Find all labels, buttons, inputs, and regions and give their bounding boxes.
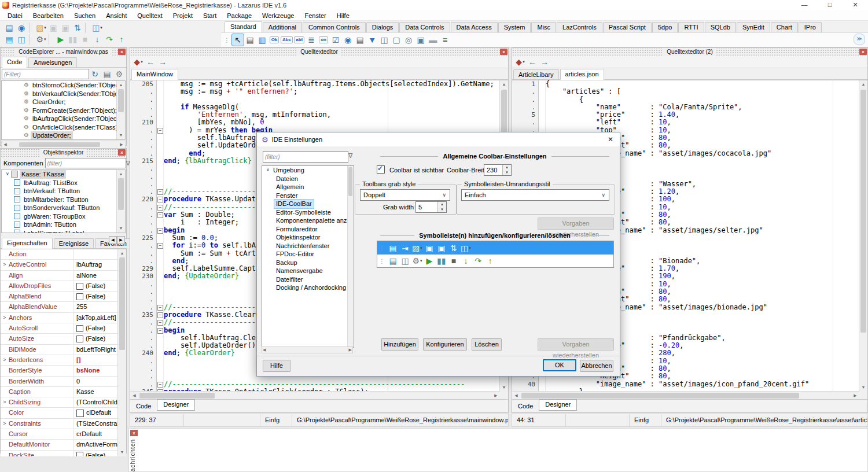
tab-ipro[interactable]: IPro [799, 22, 822, 32]
menu-ansicht[interactable]: Ansicht [101, 10, 132, 21]
expander-icon[interactable]: ∨ [264, 166, 271, 175]
scroll-thumb[interactable] [19, 142, 100, 147]
add-button[interactable]: Hinzufügen [381, 338, 418, 351]
fold-marker-icon[interactable] [157, 304, 164, 311]
property-row-align[interactable]: AlignalNone [1, 271, 118, 281]
tree-item-btnverkauf-tbutton[interactable]: btnVerkauf: TButton [2, 187, 125, 196]
property-row-autosize[interactable]: AutoSize(False) [1, 334, 118, 344]
step-out-icon[interactable]: ↑ [116, 34, 127, 45]
property-row-constraints[interactable]: >Constraints(TSizeConstraints) [1, 419, 118, 429]
property-value[interactable]: lbAuftrag [74, 260, 118, 270]
help-button[interactable]: Hilfe [263, 360, 290, 372]
property-row-cursor[interactable]: CursorcrDefault [1, 429, 118, 440]
save-all-icon[interactable]: ▣ [60, 22, 71, 34]
tcombobox-icon[interactable]: ▼ [366, 34, 378, 46]
menu-quelltext[interactable]: Quelltext [132, 10, 167, 21]
step-over-icon[interactable]: ↷ [104, 34, 115, 45]
property-value[interactable]: bdLeftToRight [74, 345, 118, 355]
tree-item-gbwaren-tgroupbox[interactable]: gbWaren: TGroupBox [2, 212, 125, 221]
property-value[interactable]: (TSizeConstraints) [74, 419, 118, 429]
property-value[interactable]: crDefault [74, 429, 118, 439]
tab-lazcontrols[interactable]: LazControls [557, 22, 602, 32]
save-icon[interactable]: ▣ [47, 22, 59, 34]
tab-synedit[interactable]: SynEdit [737, 22, 770, 32]
property-row-autoscroll[interactable]: AutoScroll(False) [1, 323, 118, 334]
menu-package[interactable]: Package [222, 10, 257, 21]
fold-marker-icon[interactable] [157, 242, 164, 249]
settings-tree-vscrollbar[interactable] [347, 166, 354, 347]
tab-code[interactable]: Code [2, 57, 27, 68]
fold-marker-icon[interactable] [157, 381, 164, 388]
jump-history-icon[interactable]: ◆▾ [514, 56, 526, 68]
save-icon[interactable]: ▣ [424, 242, 435, 254]
open-file-icon[interactable]: ▨▾ [411, 242, 423, 254]
tree-item-nachrichtenfenster[interactable]: Nachrichtenfenster [262, 242, 354, 250]
tree-item-ide-coolbar[interactable]: IDE-CoolBar [262, 200, 354, 208]
scroll-up-icon[interactable]: ▲ [117, 170, 125, 178]
refresh-icon[interactable]: ↻ [89, 68, 101, 80]
stop-icon[interactable]: ■ [448, 255, 459, 267]
border-style-dropdown[interactable]: Einfach [461, 189, 609, 201]
spin-down-icon[interactable]: ▼ [438, 207, 446, 212]
tree-item-clearorder[interactable]: ⚙ClearOrder; [2, 98, 125, 106]
coolbar-width-spinner[interactable]: 230 ▲▼ [484, 164, 512, 176]
scroll-right-icon[interactable]: ▶ [118, 141, 125, 148]
property-value[interactable]: 255 [74, 302, 118, 312]
tree-item-lbauftragclick-sender-tobject[interactable]: ⚙lbAuftragClick(Sender:TObject); [2, 115, 125, 123]
mode-icon[interactable]: ▤ [101, 68, 113, 80]
property-value[interactable]: (False) [74, 334, 118, 344]
scroll-up-icon[interactable]: ▲ [500, 80, 508, 89]
checkbox-icon[interactable] [76, 335, 83, 342]
grab-width-spinner[interactable]: 5 ▲▼ [415, 201, 447, 213]
tree-item-allgemein[interactable]: Allgemein [262, 183, 354, 191]
property-value[interactable]: clDefault [74, 408, 118, 418]
tab-designer[interactable]: Designer [539, 399, 577, 411]
grab-style-dropdown[interactable]: Doppelt [360, 189, 450, 201]
expand-icon[interactable]: > [1, 260, 9, 270]
scroll-thumb[interactable] [139, 393, 215, 399]
close-icon[interactable]: x [859, 49, 867, 55]
tree-item-fenster[interactable]: Fenster [262, 191, 354, 200]
fold-marker-icon[interactable] [157, 227, 164, 234]
scroll-down-icon[interactable]: ▼ [118, 448, 126, 456]
view-units-icon[interactable]: ▤ [387, 242, 399, 254]
toolbar-list-row[interactable]: ⋮▤◫⚙▾▶▮▮■↓↷↑ [377, 255, 613, 267]
tab-code[interactable]: Code [512, 401, 539, 411]
tab-system[interactable]: System [498, 22, 531, 32]
coolbar-visible-checkbox[interactable]: Coolbar ist sichtbar [377, 165, 444, 174]
code-explorer-vscrollbar[interactable]: ▲ ▼ [116, 81, 125, 139]
scroll-left-icon[interactable]: ◀ [130, 392, 138, 400]
view-units-icon[interactable]: ▤ [3, 34, 15, 45]
jump-history-icon[interactable]: ◆▾ [133, 56, 144, 68]
settings-tree-hscrollbar[interactable]: ◀ ▶ [262, 346, 353, 353]
property-row-caption[interactable]: CaptionKasse [1, 387, 118, 397]
expand-icon[interactable]: > [1, 313, 9, 323]
tab-scroll-left-icon[interactable]: ◀ [109, 236, 117, 244]
editor2-hscrollbar[interactable]: ◀ ▶ [512, 391, 859, 400]
back-icon[interactable]: ← [145, 56, 156, 68]
source-editor-titlebar[interactable]: Quelltexteditor x [130, 48, 508, 56]
property-row-childsizing[interactable]: >ChildSizing(TControlChildSizing) [1, 397, 118, 408]
scroll-thumb[interactable] [860, 90, 866, 333]
property-row-bordericons[interactable]: >BorderIcons[] [1, 355, 118, 366]
property-row-borderstyle[interactable]: BorderStylebsNone [1, 366, 118, 376]
tab-ereignisse[interactable]: Ereignisse [54, 238, 94, 248]
fold-marker-icon[interactable] [157, 327, 164, 334]
ok-button[interactable]: OK [543, 359, 576, 371]
splitter[interactable]: ········· [1, 233, 126, 237]
expand-icon[interactable]: > [1, 419, 9, 429]
tab-articles-json[interactable]: articles.json [560, 69, 604, 80]
run-options-icon[interactable]: ⚙▾ [35, 34, 47, 45]
source-editor2-titlebar[interactable]: Quelltexteditor (2) x [512, 48, 867, 56]
step-into-icon[interactable]: ↓ [460, 255, 472, 267]
tab-data-controls[interactable]: Data Controls [399, 22, 450, 32]
scroll-left-icon[interactable]: ◀ [2, 141, 9, 148]
property-row-defaultmonitor[interactable]: DefaultMonitordmActiveForm [1, 440, 118, 450]
close-icon[interactable]: x [130, 430, 138, 436]
delete-button[interactable]: Löschen [472, 338, 502, 351]
close-icon[interactable]: x [500, 49, 507, 55]
maximize-button[interactable]: □ [817, 0, 843, 10]
property-row-alphablendvalue[interactable]: AlphaBlendValue255 [1, 302, 118, 312]
property-row-bidimode[interactable]: BiDiModebdLeftToRight [1, 345, 118, 355]
tree-item-dateifilter[interactable]: Dateifilter [262, 275, 354, 284]
